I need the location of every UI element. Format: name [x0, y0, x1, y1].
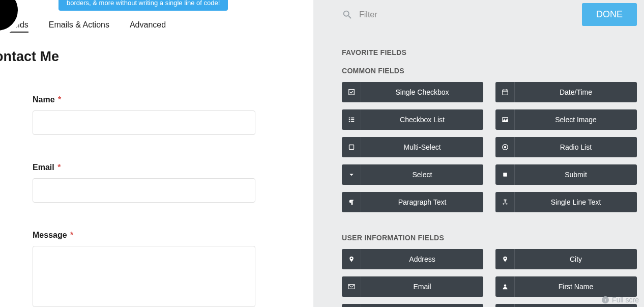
fullscreen-indicator[interactable]: ‹ Full scre	[602, 296, 639, 304]
field-btn-label: Multi-Select	[361, 137, 483, 157]
drawer-top-row: DONE	[342, 0, 637, 26]
promo-banner: borders, & more without writing a single…	[58, 0, 228, 11]
section-favorite-fields: FAVORITE FIELDS	[342, 48, 637, 57]
field-btn-label: First Name	[515, 276, 637, 297]
svg-rect-16	[348, 285, 354, 289]
field-btn-label: Paragraph Text	[361, 192, 483, 212]
chevron-left-icon: ‹	[602, 296, 609, 303]
field-single-checkbox[interactable]: Single Checkbox	[342, 82, 483, 102]
field-btn-label: City	[515, 249, 637, 269]
field-name-row[interactable]: Name *	[33, 95, 255, 135]
filter-input[interactable]	[359, 10, 461, 19]
user-icon	[342, 304, 361, 307]
field-date-time[interactable]: Date/Time	[495, 82, 637, 102]
field-email[interactable]: Email	[342, 276, 483, 297]
field-btn-label: Submit	[515, 164, 637, 185]
form-preview-area: Name * Email * Message *	[33, 95, 255, 307]
field-paragraph-text[interactable]: Paragraph Text	[342, 192, 483, 212]
field-email-label: Email *	[33, 163, 255, 172]
field-last-name[interactable]: Last Name	[342, 304, 483, 307]
done-label: DONE	[596, 9, 623, 19]
field-submit[interactable]: Submit	[495, 164, 637, 185]
field-btn-label: Country	[515, 304, 637, 307]
search-icon	[342, 9, 353, 20]
field-single-line-text[interactable]: Single Line Text	[495, 192, 637, 212]
checkbox-checked-icon	[342, 82, 361, 102]
required-indicator: *	[70, 231, 73, 239]
map-marker-icon	[495, 249, 515, 269]
name-input[interactable]	[33, 110, 255, 135]
field-btn-label: Radio List	[515, 137, 637, 157]
label-text: Name	[33, 95, 55, 104]
field-name-label: Name *	[33, 95, 255, 104]
envelope-icon	[342, 276, 361, 297]
required-indicator: *	[57, 163, 61, 172]
field-btn-label: Date/Time	[515, 82, 637, 102]
svg-rect-6	[348, 119, 350, 120]
field-checkbox-list[interactable]: Checkbox List	[342, 109, 483, 130]
user-icon	[495, 276, 515, 297]
svg-rect-12	[349, 145, 354, 150]
fields-drawer: DONE FAVORITE FIELDS COMMON FIELDS Singl…	[313, 0, 644, 307]
label-text: Message	[33, 231, 67, 239]
done-button[interactable]: DONE	[582, 3, 637, 26]
common-fields-grid: Single Checkbox Date/Time Checkbox List …	[342, 82, 637, 212]
field-btn-label: Email	[361, 276, 483, 297]
list-icon	[342, 109, 361, 130]
square-filled-icon	[495, 164, 515, 185]
section-user-info-fields: USER INFORMATION FIELDS	[342, 234, 637, 242]
svg-rect-4	[348, 118, 350, 119]
svg-point-11	[504, 119, 505, 120]
radio-icon	[495, 137, 515, 157]
text-width-icon	[495, 192, 515, 212]
chevron-down-icon	[342, 164, 361, 185]
section-common-fields: COMMON FIELDS	[342, 67, 637, 75]
field-btn-label: Select Image	[515, 109, 637, 130]
field-btn-label: Single Line Text	[515, 192, 637, 212]
svg-point-17	[504, 285, 506, 287]
field-multi-select[interactable]: Multi-Select	[342, 137, 483, 157]
svg-rect-7	[351, 119, 354, 120]
user-info-fields-grid: Address City Email First Name Last Name	[342, 249, 637, 307]
square-icon	[342, 137, 361, 157]
field-btn-label: Last Name	[361, 304, 483, 307]
field-country[interactable]: Country	[495, 304, 637, 307]
field-btn-label: Select	[361, 164, 483, 185]
svg-rect-5	[351, 118, 354, 119]
calendar-icon	[495, 82, 515, 102]
field-btn-label: Checkbox List	[361, 109, 483, 130]
svg-rect-9	[351, 121, 354, 122]
filter-wrap	[342, 9, 461, 20]
svg-rect-15	[503, 173, 507, 177]
map-marker-icon	[342, 249, 361, 269]
tab-label: Emails & Actions	[49, 20, 109, 29]
svg-point-14	[504, 146, 506, 148]
form-builder-panel: borders, & more without writing a single…	[0, 0, 313, 307]
email-input[interactable]	[33, 178, 255, 203]
svg-rect-8	[348, 121, 350, 122]
fullscreen-label: Full scre	[612, 296, 639, 304]
paragraph-icon	[342, 192, 361, 212]
field-message-row[interactable]: Message *	[33, 231, 255, 307]
promo-banner-text: borders, & more without writing a single…	[67, 0, 220, 7]
field-email-row[interactable]: Email *	[33, 163, 255, 203]
field-message-label: Message *	[33, 231, 255, 240]
field-radio-list[interactable]: Radio List	[495, 137, 637, 157]
form-title[interactable]: ontact Me	[0, 49, 313, 65]
field-first-name[interactable]: First Name	[495, 276, 637, 297]
image-icon	[495, 109, 515, 130]
field-city[interactable]: City	[495, 249, 637, 269]
tab-label: Advanced	[130, 20, 166, 29]
required-indicator: *	[58, 95, 61, 104]
tab-emails-actions[interactable]: Emails & Actions	[49, 20, 109, 33]
field-select[interactable]: Select	[342, 164, 483, 185]
field-select-image[interactable]: Select Image	[495, 109, 637, 130]
tab-advanced[interactable]: Advanced	[130, 20, 166, 33]
label-text: Email	[33, 163, 54, 172]
message-textarea[interactable]	[33, 246, 255, 307]
field-btn-label: Address	[361, 249, 483, 269]
field-btn-label: Single Checkbox	[361, 82, 483, 102]
map-marker-icon	[495, 304, 515, 307]
svg-rect-0	[502, 90, 508, 95]
field-address[interactable]: Address	[342, 249, 483, 269]
